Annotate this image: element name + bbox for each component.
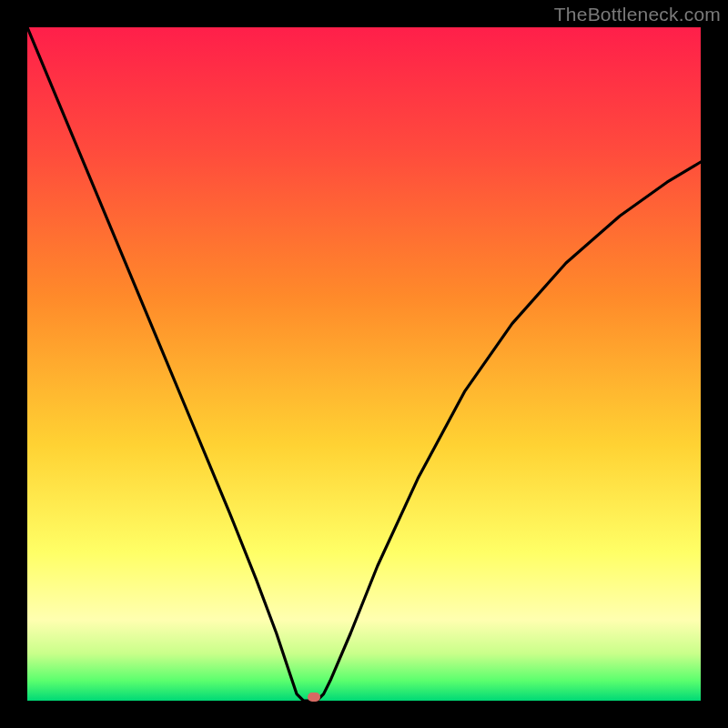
watermark-text: TheBottleneck.com	[554, 4, 721, 25]
curve-path	[27, 27, 701, 701]
bottleneck-curve	[27, 27, 701, 701]
chart-frame	[27, 27, 701, 701]
minimum-marker	[308, 693, 320, 702]
